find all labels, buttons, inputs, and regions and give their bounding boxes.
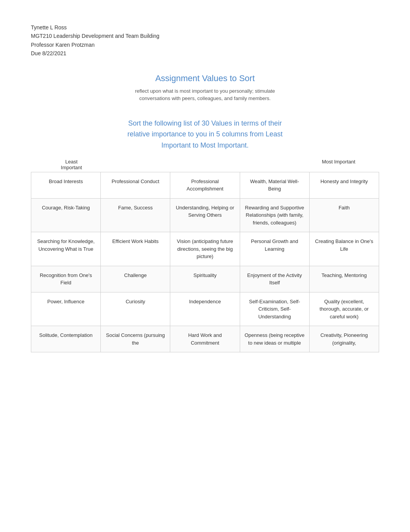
table-row: Searching for Knowledge, Uncovering What… bbox=[31, 232, 379, 266]
cell-row2-col5: Faith bbox=[309, 198, 379, 232]
table-row: Recognition from One's FieldChallengeSpi… bbox=[31, 266, 379, 292]
subtitle-line2: conversations with peers, colleagues, an… bbox=[139, 95, 271, 101]
cell-row4-col5: Teaching, Mentoring bbox=[309, 266, 379, 292]
cell-row3-col2: Efficient Work Habits bbox=[101, 232, 170, 266]
cell-row3-col4: Personal Growth and Learning bbox=[240, 232, 309, 266]
cell-row2-col2: Fame, Success bbox=[101, 198, 170, 232]
header-info: Tynette L Ross MGT210 Leadership Develop… bbox=[31, 23, 379, 58]
cell-row1-col3: Professional Accomplishment bbox=[170, 172, 240, 198]
header-line4: Due 8/22/2021 bbox=[31, 49, 379, 58]
cell-row4-col1: Recognition from One's Field bbox=[31, 266, 101, 292]
values-table: Broad InterestsProfessional ConductProfe… bbox=[31, 172, 379, 353]
header-line1: Tynette L Ross bbox=[31, 23, 379, 32]
cell-row5-col4: Self-Examination, Self-Criticism, Self-U… bbox=[240, 292, 309, 326]
cell-row6-col5: Creativity, Pioneering (originality, bbox=[309, 326, 379, 352]
title-section: Assignment Values to Sort reflect upon w… bbox=[31, 73, 379, 102]
cell-row1-col4: Wealth, Material Well-Being bbox=[240, 172, 309, 198]
cell-row4-col3: Spirituality bbox=[170, 266, 240, 292]
assignment-subtitle: reflect upon what is most important to y… bbox=[31, 87, 379, 102]
cell-row2-col1: Courage, Risk-Taking bbox=[31, 198, 101, 232]
cell-row2-col4: Rewarding and Supportive Relationships (… bbox=[240, 198, 309, 232]
table-row: Courage, Risk-TakingFame, SuccessUnderst… bbox=[31, 198, 379, 232]
cell-row5-col3: Independence bbox=[170, 292, 240, 326]
label-most: Most Important bbox=[302, 159, 375, 170]
cell-row6-col1: Solitude, Contemplation bbox=[31, 326, 101, 352]
table-row: Broad InterestsProfessional ConductProfe… bbox=[31, 172, 379, 198]
cell-row4-col2: Challenge bbox=[101, 266, 170, 292]
label-least: LeastImportant bbox=[35, 159, 108, 170]
columns-labels: LeastImportant Most Important bbox=[31, 159, 379, 170]
cell-row6-col4: Openness (being receptive to new ideas o… bbox=[240, 326, 309, 352]
cell-row3-col1: Searching for Knowledge, Uncovering What… bbox=[31, 232, 101, 266]
cell-row5-col1: Power, Influence bbox=[31, 292, 101, 326]
cell-row6-col2: Social Concerns (pursuing the bbox=[101, 326, 170, 352]
cell-row6-col3: Hard Work and Commitment bbox=[170, 326, 240, 352]
sort-instruction: Sort the following list of 30 Values in … bbox=[31, 118, 379, 151]
table-row: Solitude, ContemplationSocial Concerns (… bbox=[31, 326, 379, 352]
cell-row1-col2: Professional Conduct bbox=[101, 172, 170, 198]
subtitle-line1: reflect upon what is most important to y… bbox=[135, 88, 275, 94]
header-line2: MGT210 Leadership Development and Team B… bbox=[31, 32, 379, 40]
header-line3: Professor Karen Protzman bbox=[31, 41, 379, 49]
cell-row1-col1: Broad Interests bbox=[31, 172, 101, 198]
cell-row1-col5: Honesty and Integrity bbox=[309, 172, 379, 198]
assignment-title: Assignment Values to Sort bbox=[31, 73, 379, 83]
cell-row2-col3: Understanding, Helping or Serving Others bbox=[170, 198, 240, 232]
cell-row5-col5: Quality (excellent, thorough, accurate, … bbox=[309, 292, 379, 326]
table-row: Power, InfluenceCuriosityIndependenceSel… bbox=[31, 292, 379, 326]
cell-row5-col2: Curiosity bbox=[101, 292, 170, 326]
cell-row3-col3: Vision (anticipating future directions, … bbox=[170, 232, 240, 266]
cell-row4-col4: Enjoyment of the Activity Itself bbox=[240, 266, 309, 292]
cell-row3-col5: Creating Balance in One's Life bbox=[309, 232, 379, 266]
